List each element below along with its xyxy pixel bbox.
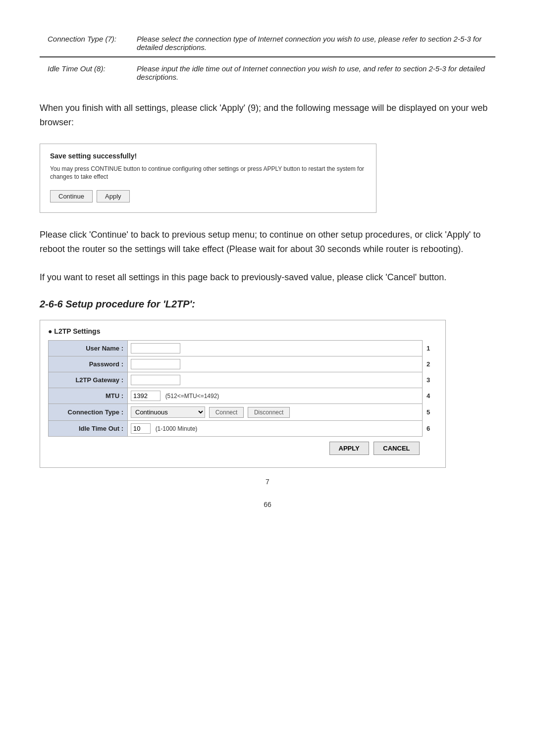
page-number: 66 [40,501,495,508]
row-num-5: 5 [423,403,437,420]
gateway-cell [128,372,423,388]
table-row: Password : 2 [49,356,437,372]
apply-cancel-empty [49,436,128,457]
mtu-hint: (512<=MTU<=1492) [165,393,219,400]
l2tp-table: User Name : 1 Password : 2 L2TP Gateway … [48,340,437,457]
connection-type-label: Connection Type (7): [40,30,129,57]
paragraph-1: When you finish with all settings, pleas… [40,101,495,130]
apply-cancel-empty2 [423,436,437,457]
connection-type-field-label: Connection Type : [49,403,128,420]
table-row: User Name : 1 [49,340,437,356]
table-row: Idle Time Out : (1-1000 Minute) 6 [49,420,437,436]
idle-time-hint: (1-1000 Minute) [156,425,198,432]
table-row: Connection Type : Continuous Connect on … [49,403,437,420]
idle-time-desc: Please input the idle time out of Intern… [129,57,495,86]
connection-type-desc: Please select the connection type of Int… [129,30,495,57]
username-cell [128,340,423,356]
row-num-1: 1 [423,340,437,356]
table-row: L2TP Gateway : 3 [49,372,437,388]
apply-cancel-buttons: APPLY CANCEL [128,436,423,457]
gateway-label: L2TP Gateway : [49,372,128,388]
continue-button[interactable]: Continue [50,190,93,202]
mtu-label: MTU : [49,388,128,403]
username-input[interactable] [131,343,180,353]
l2tp-cancel-button[interactable]: CANCEL [374,442,419,455]
l2tp-box-title: ● L2TP Settings [48,327,437,335]
save-setting-box: Save setting successfully! You may press… [40,144,376,213]
row-num-4: 4 [423,388,437,403]
disconnect-button[interactable]: Disconnect [248,407,290,418]
idle-time-input[interactable] [131,423,151,434]
save-box-description: You may press CONTINUE button to continu… [50,165,366,182]
connect-button[interactable]: Connect [209,407,244,418]
table-row: MTU : (512<=MTU<=1492) 4 [49,388,437,403]
row-num-3: 3 [423,372,437,388]
row-num-6: 6 [423,420,437,436]
paragraph-3: If you want to reset all settings in thi… [40,270,495,285]
username-label: User Name : [49,340,128,356]
save-box-title: Save setting successfully! [50,152,366,160]
row-num-2: 2 [423,356,437,372]
connection-type-cell: Continuous Connect on Demand Manual Conn… [128,403,423,420]
l2tp-settings-box: ● L2TP Settings User Name : 1 Password :… [40,320,446,468]
save-box-buttons: Continue Apply [50,190,366,202]
apply-cancel-row: APPLY CANCEL [49,436,437,457]
mtu-cell: (512<=MTU<=1492) [128,388,423,403]
gateway-input[interactable] [131,375,180,385]
idle-time-cell: (1-1000 Minute) [128,420,423,436]
row-num-7: 7 [40,478,495,486]
mtu-input[interactable] [131,391,160,401]
idle-time-field-label: Idle Time Out : [49,420,128,436]
l2tp-apply-button[interactable]: APPLY [329,442,369,455]
paragraph-2: Please click 'Continue' to back to previ… [40,228,495,256]
section-heading: 2-6-6 Setup procedure for 'L2TP': [40,299,495,310]
info-table: Connection Type (7): Please select the c… [40,30,495,86]
password-input[interactable] [131,359,180,369]
password-label: Password : [49,356,128,372]
password-cell [128,356,423,372]
idle-time-label: Idle Time Out (8): [40,57,129,86]
apply-button-savebox[interactable]: Apply [97,190,130,202]
connection-type-select[interactable]: Continuous Connect on Demand Manual [131,406,205,418]
